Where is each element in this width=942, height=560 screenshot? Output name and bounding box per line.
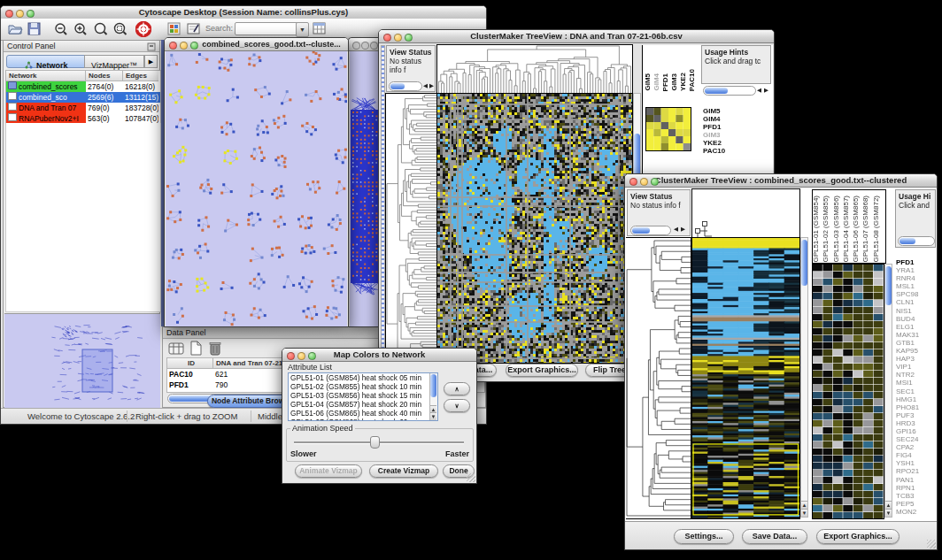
- gene-label[interactable]: HRD3: [896, 419, 936, 427]
- create-vizmap-button[interactable]: Create Vizmap: [369, 464, 438, 478]
- gene-label[interactable]: CLN1: [896, 298, 936, 306]
- search-dropdown-arrow-icon[interactable]: ▼: [296, 22, 309, 37]
- gene-label[interactable]: SPC98: [896, 290, 936, 298]
- dense-network-canvas[interactable]: [350, 51, 380, 326]
- dialog-titlebar[interactable]: Map Colors to Network: [282, 349, 476, 362]
- move-attribute-down-button[interactable]: ∨: [444, 399, 470, 412]
- minimize-icon[interactable]: [16, 10, 24, 18]
- gene-label[interactable]: HMG1: [896, 395, 936, 403]
- view-status-hscrollbar[interactable]: [630, 226, 671, 235]
- array-col-label[interactable]: GPL51-03 (GSM856): [833, 196, 843, 263]
- attribute-list-item[interactable]: GPL51-03 (GSM856) heat shock 15 min: [289, 391, 429, 400]
- network-view-titlebar[interactable]: combined_scores_good.txt--cluste...: [165, 38, 348, 51]
- open-file-icon[interactable]: [8, 22, 23, 35]
- treeview2-export-graphics-button[interactable]: Export Graphics...: [816, 529, 900, 544]
- treeview2-vscrollbar[interactable]: ▲ ▼: [800, 237, 808, 518]
- attribute-list-vscrollbar[interactable]: ▲ ▼: [429, 373, 437, 420]
- birdseye-panel[interactable]: [4, 313, 160, 409]
- close-icon[interactable]: [287, 352, 295, 360]
- vscroll-thumb[interactable]: [430, 374, 436, 397]
- tab-vizmapper[interactable]: VizMapper™: [84, 55, 144, 68]
- table-import-icon[interactable]: [313, 22, 327, 35]
- move-attribute-up-button[interactable]: ∧: [444, 382, 470, 395]
- vizmapper-icon[interactable]: [167, 22, 181, 35]
- main-titlebar[interactable]: Cytoscape Desktop (Session Name: collins…: [1, 6, 486, 19]
- new-attribute-icon[interactable]: [189, 341, 203, 356]
- gene-label[interactable]: GPI16: [896, 427, 936, 435]
- zoom-fit-icon[interactable]: [93, 22, 108, 36]
- zoom-window-icon[interactable]: [370, 42, 378, 50]
- gene-label[interactable]: PFD1: [896, 258, 936, 266]
- close-icon[interactable]: [629, 178, 637, 186]
- search-input[interactable]: [235, 22, 298, 35]
- gene-label[interactable]: PAN1: [896, 476, 936, 484]
- gene-label[interactable]: MON2: [896, 508, 936, 516]
- zoom-in-icon[interactable]: [73, 22, 88, 36]
- network-row[interactable]: combined_scores2764(0)16218(0): [6, 81, 160, 92]
- scroll-down-icon[interactable]: ▼: [430, 412, 436, 420]
- gene-label[interactable]: KAP95: [896, 347, 936, 355]
- gene-label[interactable]: PUF3: [896, 411, 936, 419]
- animate-vizmap-button[interactable]: Animate Vizmap: [295, 464, 362, 478]
- gene-label[interactable]: BUD4: [896, 315, 936, 323]
- attribute-select-icon[interactable]: [168, 341, 184, 356]
- scroll-down-icon[interactable]: ▼: [801, 509, 807, 517]
- gene-label[interactable]: ELG1: [896, 323, 936, 331]
- gene-label[interactable]: PHO81: [896, 403, 936, 411]
- zoom-window-icon[interactable]: [190, 42, 198, 50]
- cluster-col-label[interactable]: PAC10: [689, 69, 698, 91]
- scroll-left-icon[interactable]: ◀: [674, 225, 678, 234]
- minimize-icon[interactable]: [297, 352, 305, 360]
- attribute-list-item[interactable]: GPL51-02 (GSM855) heat shock 10 min: [289, 382, 429, 391]
- gene-label[interactable]: TCB3: [896, 492, 936, 500]
- treeview2-zoom-vscrollbar[interactable]: ▲ ▼: [884, 264, 892, 518]
- network-canvas[interactable]: [166, 51, 347, 326]
- treeview2-row-dendrogram[interactable]: [626, 238, 691, 518]
- attribute-list-item[interactable]: GPL51-06 (GSM865) heat shock 40 min: [289, 409, 429, 418]
- gene-label[interactable]: NTR2: [896, 371, 936, 379]
- gene-label[interactable]: SEC1: [896, 387, 936, 395]
- tab-overflow-arrow-icon[interactable]: ▶: [144, 55, 158, 68]
- animation-slider-thumb[interactable]: [370, 436, 380, 449]
- vscroll-thumb[interactable]: [801, 240, 807, 286]
- gene-label[interactable]: RNR4: [896, 274, 936, 282]
- attribute-list-item[interactable]: GPL51-01 (GSM854) heat shock 05 min: [289, 373, 429, 382]
- zoom-selected-icon[interactable]: [112, 22, 127, 36]
- gene-label[interactable]: HAP3: [896, 355, 936, 363]
- attribute-list-item[interactable]: GPL51-04 (GSM857) heat shock 20 min: [289, 400, 429, 409]
- treeview2-heatmap[interactable]: [692, 238, 799, 518]
- help-lifebuoy-icon[interactable]: [135, 21, 151, 37]
- close-icon[interactable]: [169, 42, 177, 50]
- background-window-titlebar[interactable]: [349, 38, 381, 51]
- zoom-window-icon[interactable]: [405, 34, 413, 42]
- gene-label[interactable]: CPA2: [896, 443, 936, 451]
- network-row[interactable]: combined_sco2569(6)13112(15): [6, 92, 160, 103]
- thumb[interactable]: [390, 83, 405, 89]
- attribute-list-item[interactable]: GPL51-07 (GSM868) heat shock 60 min: [289, 418, 429, 421]
- thumb[interactable]: [632, 227, 650, 234]
- treeview1-row-dendrogram[interactable]: [386, 94, 436, 363]
- delete-attribute-trash-icon[interactable]: [209, 341, 221, 356]
- background-network-window[interactable]: [348, 37, 382, 327]
- scroll-right-icon[interactable]: ▶: [764, 86, 768, 95]
- scroll-up-icon[interactable]: ▲: [885, 501, 892, 509]
- gene-label[interactable]: NIS1: [896, 307, 936, 315]
- treeview1-heatmap[interactable]: [437, 94, 632, 363]
- usage-hints-hscrollbar[interactable]: [898, 236, 935, 246]
- minimize-icon[interactable]: [394, 34, 402, 42]
- array-col-label[interactable]: GPL51-08 (GSM872): [873, 196, 883, 263]
- data-table-col-id[interactable]: ID: [167, 358, 213, 369]
- gene-label[interactable]: PEP5: [896, 500, 936, 508]
- treeview2-col-dendrogram[interactable]: [692, 189, 799, 238]
- treeview2-titlebar[interactable]: ClusterMaker TreeView : combined_scores_…: [625, 174, 937, 188]
- vscroll-thumb[interactable]: [885, 266, 892, 305]
- tab-network[interactable]: Network: [6, 55, 86, 68]
- minimize-icon[interactable]: [361, 42, 369, 50]
- close-icon[interactable]: [5, 10, 13, 18]
- attribute-listbox[interactable]: GPL51-01 (GSM854) heat shock 05 minGPL51…: [288, 372, 438, 421]
- gene-label[interactable]: MSL1: [896, 282, 936, 290]
- gene-label[interactable]: YRA1: [896, 266, 936, 274]
- minimize-icon[interactable]: [640, 178, 648, 186]
- undock-panel-icon[interactable]: [147, 42, 156, 51]
- treeview2-save-data-button[interactable]: Save Data...: [742, 529, 807, 544]
